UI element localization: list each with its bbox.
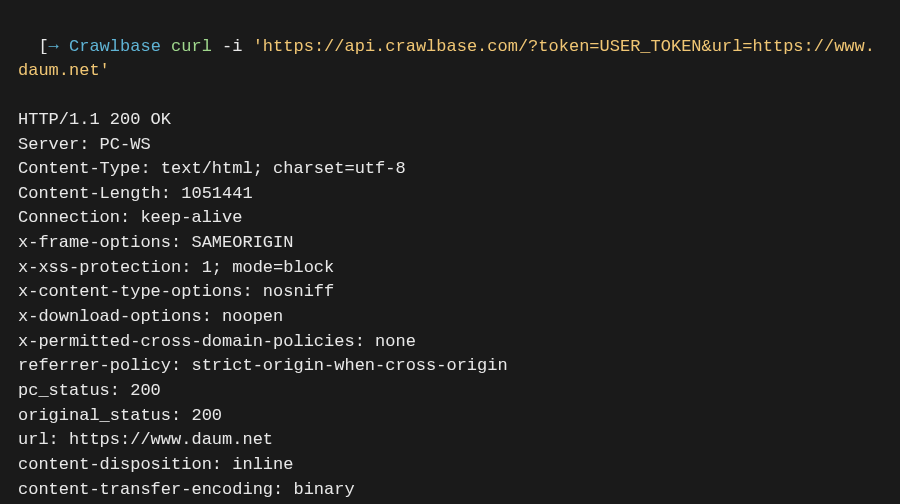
prompt-bracket: [	[38, 37, 48, 56]
response-header: referrer-policy: strict-origin-when-cros…	[18, 354, 882, 379]
response-header: x-content-type-options: nosniff	[18, 280, 882, 305]
response-header: x-xss-protection: 1; mode=block	[18, 256, 882, 281]
curl-command: curl	[171, 37, 212, 56]
curl-flag: -i	[222, 37, 242, 56]
response-header: x-permitted-cross-domain-policies: none	[18, 330, 882, 355]
response-header: Connection: keep-alive	[18, 206, 882, 231]
response-header: Content-Length: 1051441	[18, 182, 882, 207]
response-header: x-frame-options: SAMEORIGIN	[18, 231, 882, 256]
response-header: content-disposition: inline	[18, 453, 882, 478]
response-output: HTTP/1.1 200 OK Server: PC-WS Content-Ty…	[18, 108, 882, 504]
response-header: original_status: 200	[18, 404, 882, 429]
command-line: [→ Crawlbase curl -i 'https://api.crawlb…	[18, 10, 882, 84]
prompt-arrow-icon: →	[49, 37, 59, 56]
response-header: Server: PC-WS	[18, 133, 882, 158]
response-header: content-transfer-encoding: binary	[18, 478, 882, 503]
prompt-name: Crawlbase	[69, 37, 161, 56]
response-header: Content-Type: text/html; charset=utf-8	[18, 157, 882, 182]
response-header: pc_status: 200	[18, 379, 882, 404]
http-status-line: HTTP/1.1 200 OK	[18, 108, 882, 133]
response-header: url: https://www.daum.net	[18, 428, 882, 453]
response-header: x-download-options: noopen	[18, 305, 882, 330]
